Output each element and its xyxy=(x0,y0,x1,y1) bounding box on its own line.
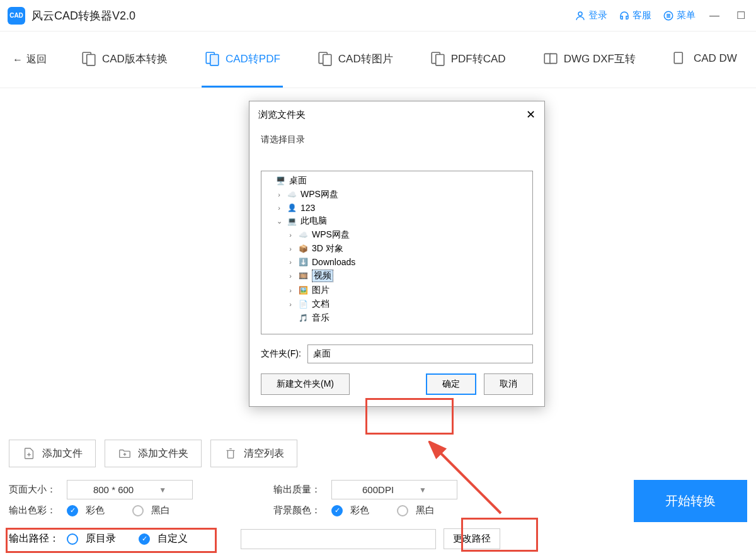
tree-item[interactable]: 🖥️桌面 xyxy=(264,174,530,188)
doc-convert-icon xyxy=(81,50,97,67)
tree-item[interactable]: ›☁️WPS网盘 xyxy=(264,188,530,202)
radio-custom-dir[interactable] xyxy=(139,533,150,545)
output-quality-dropdown[interactable]: 600DPI▼ xyxy=(331,480,457,499)
dialog-prompt: 请选择目录 xyxy=(261,134,533,145)
svg-rect-15 xyxy=(674,52,682,63)
folder-field-label: 文件夹(F): xyxy=(261,348,301,360)
app-title: 风云CAD转换器V2.0 xyxy=(32,8,135,23)
tab-pdf-cad[interactable]: PDF转CAD xyxy=(427,31,508,88)
dialog-close-button[interactable]: ✕ xyxy=(526,108,536,122)
menu-icon xyxy=(663,10,674,21)
tab-cad-image[interactable]: CAD转图片 xyxy=(314,31,396,88)
page-size-label: 页面大小： xyxy=(9,484,59,496)
svg-rect-6 xyxy=(87,55,95,65)
trash-icon xyxy=(224,447,238,460)
cad-dw-icon xyxy=(672,50,689,67)
folder-plus-icon xyxy=(118,447,132,460)
tree-item[interactable]: ›👤123 xyxy=(264,202,530,214)
folder-name-input[interactable] xyxy=(307,344,533,363)
menu-button[interactable]: 菜单 xyxy=(663,9,696,21)
minimize-button[interactable]: — xyxy=(707,8,722,23)
app-logo-icon: CAD xyxy=(8,7,25,25)
service-button[interactable]: 客服 xyxy=(619,9,651,21)
svg-rect-10 xyxy=(323,55,331,65)
tab-cad-pdf[interactable]: CAD转PDF xyxy=(202,31,283,88)
tree-item[interactable]: ⌄💻此电脑 xyxy=(264,214,530,228)
tab-cad-version[interactable]: CAD版本转换 xyxy=(78,31,170,88)
browse-folder-dialog: 浏览文件夹 ✕ 请选择目录 🖥️桌面›☁️WPS网盘›👤123⌄💻此电脑›☁️W… xyxy=(249,101,545,407)
chevron-down-icon: ▼ xyxy=(419,486,427,494)
file-plus-icon xyxy=(22,447,36,460)
folder-tree[interactable]: 🖥️桌面›☁️WPS网盘›👤123⌄💻此电脑›☁️WPS网盘›📦3D 对象›⬇️… xyxy=(261,171,533,334)
radio-color[interactable] xyxy=(67,505,78,516)
radio-bw[interactable] xyxy=(132,505,144,516)
tab-dwg-dxf[interactable]: DWG DXF互转 xyxy=(540,31,638,88)
login-button[interactable]: 登录 xyxy=(575,9,607,21)
tree-item[interactable]: ›🎞️视频 xyxy=(264,268,530,283)
tree-item[interactable]: ›🖼️图片 xyxy=(264,283,530,297)
pdf-cad-icon xyxy=(430,50,446,67)
cad-image-icon xyxy=(317,50,333,67)
dwg-dxf-icon xyxy=(542,50,559,67)
tree-item[interactable]: ›⬇️Downloads xyxy=(264,256,530,268)
svg-point-0 xyxy=(578,12,582,16)
chevron-down-icon: ▼ xyxy=(159,486,166,494)
svg-rect-8 xyxy=(210,55,219,65)
tree-item[interactable]: ›☁️WPS网盘 xyxy=(264,228,530,242)
maximize-button[interactable]: ☐ xyxy=(733,8,748,23)
output-quality-label: 输出质量： xyxy=(273,484,324,496)
output-color-label: 输出色彩： xyxy=(9,504,59,516)
svg-rect-12 xyxy=(435,55,444,65)
svg-rect-14 xyxy=(550,54,557,63)
cad-pdf-icon xyxy=(204,50,220,67)
page-size-dropdown[interactable]: 800 * 600▼ xyxy=(67,480,193,499)
back-button[interactable]: ← 返回 xyxy=(13,53,47,66)
output-path-label: 输出路径： xyxy=(9,532,59,545)
radio-bg-bw[interactable] xyxy=(397,505,408,516)
start-convert-button[interactable]: 开始转换 xyxy=(634,480,747,522)
headset-icon xyxy=(619,10,630,21)
output-path-input[interactable] xyxy=(241,529,436,549)
change-path-button[interactable]: 更改路径 xyxy=(444,528,500,549)
arrow-left-icon: ← xyxy=(13,54,23,65)
user-icon xyxy=(575,10,586,21)
tree-item[interactable]: ›📦3D 对象 xyxy=(264,242,530,256)
clear-list-button[interactable]: 清空列表 xyxy=(210,440,297,467)
tab-cad-dw[interactable]: CAD DW xyxy=(670,31,740,88)
radio-original-dir[interactable] xyxy=(67,533,78,545)
tree-item[interactable]: 🎵音乐 xyxy=(264,311,530,325)
bg-color-label: 背景颜色： xyxy=(273,504,324,516)
add-file-button[interactable]: 添加文件 xyxy=(9,440,96,467)
add-folder-button[interactable]: 添加文件夹 xyxy=(105,440,202,467)
dialog-title: 浏览文件夹 xyxy=(258,109,306,121)
tree-item[interactable]: ›📄文档 xyxy=(264,297,530,311)
new-folder-button[interactable]: 新建文件夹(M) xyxy=(261,373,350,395)
radio-bg-color[interactable] xyxy=(331,505,343,516)
cancel-button[interactable]: 取消 xyxy=(484,373,533,395)
ok-button[interactable]: 确定 xyxy=(426,373,476,395)
